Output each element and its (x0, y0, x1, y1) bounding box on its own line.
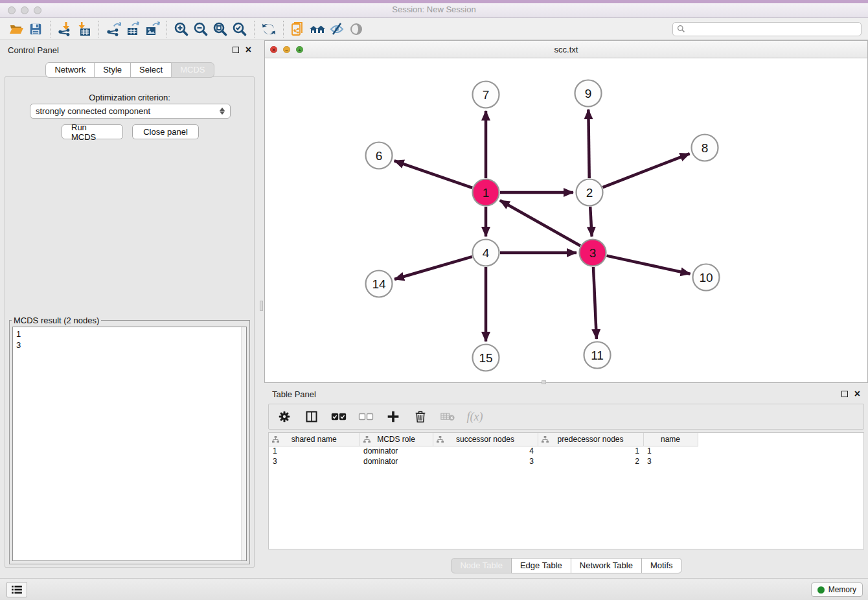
export-network-icon[interactable] (104, 20, 123, 38)
splitter-grip[interactable] (542, 380, 546, 384)
memory-button[interactable]: Memory (811, 583, 863, 597)
node-4[interactable]: 4 (473, 240, 499, 266)
export-table-icon[interactable] (123, 20, 143, 38)
node-3[interactable]: 3 (580, 240, 606, 266)
node-table[interactable]: shared nameMCDS rolesuccessor nodesprede… (268, 432, 864, 549)
column-header-predecessor-nodes[interactable]: predecessor nodes (538, 433, 643, 446)
column-header-successor-nodes[interactable]: successor nodes (433, 433, 538, 446)
edge-3-11[interactable] (593, 267, 597, 339)
save-session-icon[interactable] (26, 20, 45, 38)
float-panel-icon[interactable] (233, 47, 239, 53)
cell-successor-nodes[interactable]: 3 (433, 456, 538, 467)
node-15[interactable]: 15 (473, 345, 499, 371)
zoom-out-icon[interactable] (191, 20, 211, 38)
criterion-dropdown[interactable]: strongly connected component (30, 104, 231, 119)
close-panel-icon[interactable]: × (246, 47, 251, 53)
network-overview-icon[interactable] (308, 20, 327, 38)
delete-icon[interactable] (413, 409, 428, 424)
edge-2-9[interactable] (588, 110, 589, 178)
task-history-button[interactable] (6, 582, 27, 597)
cell-mcds-role[interactable]: dominator (360, 446, 433, 456)
edge-3-10[interactable] (606, 256, 690, 274)
cell-shared-name[interactable]: 3 (269, 456, 360, 467)
table-tab-node-table[interactable]: Node Table (451, 558, 512, 573)
tab-select[interactable]: Select (130, 62, 172, 78)
network-close-button[interactable]: ✕ (270, 46, 277, 53)
column-header-shared-name[interactable]: shared name (269, 433, 360, 446)
node-10[interactable]: 10 (693, 264, 720, 291)
network-maximize-button[interactable]: + (296, 46, 303, 53)
cell-name[interactable]: 1 (643, 446, 698, 456)
clear-selection-icon[interactable] (358, 409, 374, 424)
table-toolbar: f(x) (268, 404, 864, 430)
svg-text:3: 3 (589, 246, 597, 260)
node-11[interactable]: 11 (584, 342, 611, 369)
node-9[interactable]: 9 (575, 80, 602, 107)
import-table-icon[interactable] (74, 20, 94, 38)
cell-mcds-role[interactable]: dominator (360, 456, 433, 467)
float-panel-icon[interactable] (841, 391, 848, 397)
table-settings-icon[interactable] (277, 409, 292, 424)
dropdown-stepper-icon (220, 108, 225, 115)
cell-shared-name[interactable]: 1 (269, 446, 360, 456)
export-image-icon[interactable] (143, 20, 162, 38)
tab-style[interactable]: Style (94, 62, 131, 78)
search-input[interactable] (688, 25, 857, 34)
apply-layout-icon[interactable] (259, 20, 279, 38)
function-builder-icon[interactable]: f(x) (467, 409, 483, 424)
edge-3-1[interactable] (500, 200, 580, 246)
edge-4-14[interactable] (394, 257, 472, 279)
close-panel-icon[interactable]: × (854, 391, 860, 397)
tab-mcds[interactable]: MCDS (171, 62, 214, 78)
mcds-result-textarea[interactable]: 13 (12, 327, 247, 561)
node-2[interactable]: 2 (577, 179, 603, 206)
open-session-icon[interactable] (6, 20, 26, 38)
table-row[interactable]: 1dominator411 (269, 446, 698, 456)
column-header-name[interactable]: name (643, 433, 698, 446)
edge-2-8[interactable] (603, 154, 690, 187)
svg-text:1: 1 (483, 186, 490, 200)
table-tab-motifs[interactable]: Motifs (641, 558, 682, 573)
vertical-splitter[interactable] (259, 40, 264, 578)
select-all-icon[interactable] (331, 409, 347, 424)
add-icon[interactable] (385, 409, 401, 424)
table-row[interactable]: 3dominator323 (269, 456, 698, 467)
memory-status-icon (817, 586, 825, 594)
zoom-fit-content-icon[interactable] (211, 20, 230, 38)
tab-network[interactable]: Network (45, 62, 95, 78)
splitter-grip[interactable] (260, 301, 263, 311)
table-panel: Table Panel × (264, 386, 868, 578)
delete-table-icon[interactable] (440, 409, 455, 424)
show-graphics-details-icon[interactable] (347, 20, 366, 38)
table-tab-edge-table[interactable]: Edge Table (511, 558, 571, 573)
node-14[interactable]: 14 (366, 271, 393, 297)
search-box[interactable] (672, 22, 862, 36)
table-tab-network-table[interactable]: Network Table (571, 558, 642, 573)
import-network-icon[interactable] (55, 20, 74, 38)
svg-text:2: 2 (586, 186, 593, 200)
network-canvas[interactable]: 7968124314101511 (265, 58, 867, 382)
zoom-in-icon[interactable] (172, 20, 191, 38)
control-panel: Control Panel × NetworkStyleSelectMCDS O… (0, 40, 259, 578)
node-7[interactable]: 7 (473, 82, 499, 108)
node-6[interactable]: 6 (366, 143, 393, 169)
hide-graphics-details-icon[interactable] (327, 20, 347, 38)
clone-network-icon[interactable] (288, 20, 308, 38)
split-columns-icon[interactable] (304, 409, 319, 424)
network-minimize-button[interactable]: − (283, 46, 290, 53)
close-panel-button[interactable]: Close panel (132, 124, 199, 139)
edge-2-3[interactable] (590, 207, 591, 237)
result-scrollbar[interactable] (241, 327, 246, 560)
column-header-mcds-role[interactable]: MCDS role (360, 433, 433, 446)
cell-name[interactable]: 3 (643, 456, 698, 467)
cell-predecessor-nodes[interactable]: 2 (538, 456, 643, 467)
mcds-tab-content: Optimization criterion: strongly connect… (5, 76, 255, 568)
node-1[interactable]: 1 (473, 179, 499, 206)
cell-successor-nodes[interactable]: 4 (433, 446, 538, 456)
edge-1-6[interactable] (394, 161, 473, 188)
node-8[interactable]: 8 (692, 135, 718, 161)
toolbar-divider (254, 21, 255, 38)
zoom-selected-icon[interactable] (230, 20, 249, 38)
run-mcds-button[interactable]: Run MCDS (62, 124, 123, 139)
cell-predecessor-nodes[interactable]: 1 (538, 446, 643, 456)
